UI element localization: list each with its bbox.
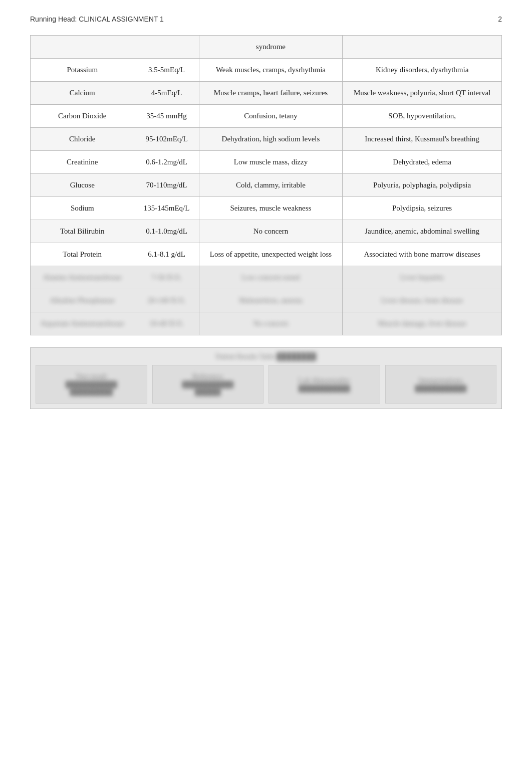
blurred-col-1: Test result██████████████████████ — [36, 365, 147, 404]
blurred-col-3: Lab Abnormality████████████ — [269, 365, 380, 404]
cell-name: Total Bilirubin — [31, 220, 134, 243]
cell-low: Dehydration, high sodium levels — [199, 128, 343, 151]
cell-low: Low muscle mass, dizzy — [199, 151, 343, 174]
cell-high: Polydipsia, seizures — [343, 197, 502, 220]
blurred-section-inner: Test result██████████████████████ Refere… — [36, 365, 496, 404]
table-row: syndrome — [31, 36, 502, 59]
running-head: Running Head: CLINICAL ASSIGNMENT 1 — [30, 15, 164, 23]
table-row: Total Protein 6.1-8.1 g/dL Loss of appet… — [31, 243, 502, 266]
cell-high: Increased thirst, Kussmaul's breathing — [343, 128, 502, 151]
cell-low: Weak muscles, cramps, dysrhythmia — [199, 59, 343, 82]
cell-high: Jaundice, anemic, abdominal swelling — [343, 220, 502, 243]
cell-name: Total Protein — [31, 243, 134, 266]
blurred-section-header: Patient Results Table ████████ — [36, 353, 496, 361]
cell-low: Cold, clammy, irritable — [199, 174, 343, 197]
cell-high: Polyuria, polyphagia, polydipsia — [343, 174, 502, 197]
cell-low: Confusion, tetany — [199, 105, 343, 128]
table-row: Total Bilirubin 0.1-1.0mg/dL No concern … — [31, 220, 502, 243]
cell-range: 95-102mEq/L — [134, 128, 199, 151]
table-row: Alanine Aminotransferase 7-56 IU/L Low c… — [31, 266, 502, 289]
table-row: Calcium 4-5mEq/L Muscle cramps, heart fa… — [31, 82, 502, 105]
table-row: Aspartate Aminotransferase 10-40 IU/L No… — [31, 312, 502, 335]
cell-range: 35-45 mmHg — [134, 105, 199, 128]
table-row: Chloride 95-102mEq/L Dehydration, high s… — [31, 128, 502, 151]
cell-range — [134, 36, 199, 59]
cell-high: Liver disease, bone disease — [343, 289, 502, 312]
cell-low: Muscle cramps, heart failure, seizures — [199, 82, 343, 105]
table-row: Glucose 70-110mg/dL Cold, clammy, irrita… — [31, 174, 502, 197]
cell-low: Seizures, muscle weakness — [199, 197, 343, 220]
cell-range: 10-40 IU/L — [134, 312, 199, 335]
cell-low: Low concern noted — [199, 266, 343, 289]
page-number: 2 — [498, 15, 502, 23]
cell-name: Chloride — [31, 128, 134, 151]
cell-range: 4-5mEq/L — [134, 82, 199, 105]
cell-name: Calcium — [31, 82, 134, 105]
cell-range: 20-140 IU/L — [134, 289, 199, 312]
cell-name: Aspartate Aminotransferase — [31, 312, 134, 335]
cell-name: Sodium — [31, 197, 134, 220]
blurred-col-2: Reference██████████████████ — [152, 365, 264, 404]
cell-range: 70-110mg/dL — [134, 174, 199, 197]
cell-high: Dehydrated, edema — [343, 151, 502, 174]
cell-name: Alkaline Phosphatase — [31, 289, 134, 312]
cell-low: Malnutrition, anemia — [199, 289, 343, 312]
table-row: Carbon Dioxide 35-45 mmHg Confusion, tet… — [31, 105, 502, 128]
cell-high: SOB, hypoventilation, — [343, 105, 502, 128]
cell-name — [31, 36, 134, 59]
cell-range: 7-56 IU/L — [134, 266, 199, 289]
cell-range: 0.1-1.0mg/dL — [134, 220, 199, 243]
cell-name: Glucose — [31, 174, 134, 197]
blurred-col-4: Interpretations████████████ — [385, 365, 497, 404]
cell-range: 6.1-8.1 g/dL — [134, 243, 199, 266]
cell-name: Carbon Dioxide — [31, 105, 134, 128]
cell-high: Muscle damage, liver disease — [343, 312, 502, 335]
cell-low: No concern — [199, 220, 343, 243]
cell-low: No concern — [199, 312, 343, 335]
table-row: Sodium 135-145mEq/L Seizures, muscle wea… — [31, 197, 502, 220]
cell-low: syndrome — [199, 36, 343, 59]
cell-high: Liver hepatitis — [343, 266, 502, 289]
clinical-table: syndrome Potassium 3.5-5mEq/L Weak muscl… — [30, 35, 502, 335]
cell-high: Kidney disorders, dysrhythmia — [343, 59, 502, 82]
cell-name: Potassium — [31, 59, 134, 82]
cell-low: Loss of appetite, unexpected weight loss — [199, 243, 343, 266]
cell-high — [343, 36, 502, 59]
cell-high: Associated with bone marrow diseases — [343, 243, 502, 266]
blurred-bottom-section: Patient Results Table ████████ Test resu… — [30, 347, 502, 409]
cell-name: Creatinine — [31, 151, 134, 174]
page-header: Running Head: CLINICAL ASSIGNMENT 1 2 — [30, 15, 502, 23]
cell-name: Alanine Aminotransferase — [31, 266, 134, 289]
cell-range: 3.5-5mEq/L — [134, 59, 199, 82]
cell-high: Muscle weakness, polyuria, short QT inte… — [343, 82, 502, 105]
cell-range: 0.6-1.2mg/dL — [134, 151, 199, 174]
table-row: Alkaline Phosphatase 20-140 IU/L Malnutr… — [31, 289, 502, 312]
table-row: Potassium 3.5-5mEq/L Weak muscles, cramp… — [31, 59, 502, 82]
table-row: Creatinine 0.6-1.2mg/dL Low muscle mass,… — [31, 151, 502, 174]
cell-range: 135-145mEq/L — [134, 197, 199, 220]
